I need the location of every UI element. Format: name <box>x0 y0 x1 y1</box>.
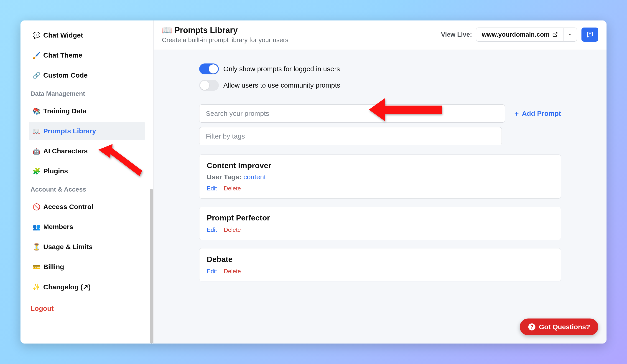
section-data-management: Data Management <box>29 85 145 100</box>
sidebar-item-label: Prompts Library <box>43 127 96 135</box>
chat-button[interactable] <box>581 28 598 42</box>
sidebar-item-label: Billing <box>43 263 64 271</box>
ai-characters-icon: 🤖 <box>32 147 41 155</box>
access-control-icon: 🚫 <box>32 203 41 211</box>
main: 📖 Prompts Library Create a built-in prom… <box>154 20 607 344</box>
members-icon: 👥 <box>32 223 41 231</box>
prompt-card: Debate Edit Delete <box>199 248 561 281</box>
sidebar-item-label: Training Data <box>43 107 87 115</box>
page-title-text: Prompts Library <box>174 25 238 35</box>
prompts-library-icon: 📖 <box>32 127 41 135</box>
usage-limits-icon: ⏳ <box>32 243 41 251</box>
page-subtitle: Create a built-in prompt library for you… <box>162 36 288 44</box>
sidebar: 💬 Chat Widget 🖌️ Chat Theme 🔗 Custom Cod… <box>20 20 154 344</box>
domain-dropdown-button[interactable] <box>564 28 577 42</box>
prompt-card: Prompt Perfector Edit Delete <box>199 207 561 240</box>
page-title: 📖 Prompts Library <box>162 25 288 35</box>
toggle-community-row: Allow users to use community prompts <box>199 80 561 91</box>
edit-button[interactable]: Edit <box>207 268 217 275</box>
billing-icon: 💳 <box>32 263 41 271</box>
prompt-title: Content Improver <box>207 161 553 170</box>
sidebar-item-plugins[interactable]: 🧩 Plugins <box>29 162 145 181</box>
delete-button[interactable]: Delete <box>224 268 241 275</box>
delete-button[interactable]: Delete <box>224 185 241 192</box>
toggle-community-label: Allow users to use community prompts <box>223 82 340 89</box>
sidebar-item-usage-limits[interactable]: ⏳ Usage & Limits <box>29 237 145 256</box>
plugins-icon: 🧩 <box>32 167 41 175</box>
logout-button[interactable]: Logout <box>29 299 145 318</box>
svg-text:?: ? <box>530 324 533 330</box>
custom-code-icon: 🔗 <box>32 72 41 79</box>
help-icon: ? <box>528 323 536 331</box>
app-window: 💬 Chat Widget 🖌️ Chat Theme 🔗 Custom Cod… <box>20 20 607 344</box>
add-prompt-button[interactable]: ＋ Add Prompt <box>513 109 561 118</box>
add-prompt-label: Add Prompt <box>522 110 561 117</box>
prompt-title: Debate <box>207 255 553 264</box>
page-title-icon: 📖 <box>162 25 172 35</box>
sidebar-item-custom-code[interactable]: 🔗 Custom Code <box>29 66 145 85</box>
content: Only show prompts for logged in users Al… <box>154 50 607 344</box>
user-tags-line: User Tags: content <box>207 173 553 181</box>
sidebar-item-label: Changelog (↗) <box>43 283 91 291</box>
chat-icon <box>586 31 593 38</box>
chevron-down-icon <box>568 32 573 37</box>
card-actions: Edit Delete <box>207 268 553 275</box>
sidebar-item-label: Custom Code <box>43 71 88 79</box>
sidebar-item-label: Chat Widget <box>43 31 83 39</box>
prompt-card: Content Improver User Tags: content Edit… <box>199 154 561 199</box>
sidebar-item-training-data[interactable]: 📚 Training Data <box>29 102 145 120</box>
section-account-access: Account & Access <box>29 181 145 196</box>
plus-icon: ＋ <box>513 109 520 118</box>
edit-button[interactable]: Edit <box>207 185 217 192</box>
toggle-knob <box>209 64 218 74</box>
sidebar-item-members[interactable]: 👥 Members <box>29 218 145 236</box>
sidebar-scrollbar[interactable] <box>149 20 154 344</box>
sidebar-item-label: Members <box>43 223 73 231</box>
toggle-knob <box>200 81 209 90</box>
got-questions-label: Got Questions? <box>539 323 590 331</box>
sidebar-item-ai-characters[interactable]: 🤖 AI Characters <box>29 142 145 160</box>
user-tag[interactable]: content <box>243 173 266 181</box>
view-live-label: View Live: <box>441 31 472 38</box>
chat-widget-icon: 💬 <box>32 32 41 39</box>
sidebar-item-chat-widget[interactable]: 💬 Chat Widget <box>29 26 145 45</box>
changelog-icon: ✨ <box>32 283 41 291</box>
topbar: 📖 Prompts Library Create a built-in prom… <box>154 20 607 50</box>
page-heading: 📖 Prompts Library Create a built-in prom… <box>162 25 288 44</box>
view-live-domain-button[interactable]: www.yourdomain.com <box>476 28 564 42</box>
training-data-icon: 📚 <box>32 107 41 115</box>
sidebar-scrollbar-thumb[interactable] <box>150 189 153 344</box>
sidebar-item-label: Plugins <box>43 167 68 175</box>
tags-filter-row <box>199 127 561 145</box>
edit-button[interactable]: Edit <box>207 226 217 233</box>
sidebar-item-billing[interactable]: 💳 Billing <box>29 258 145 276</box>
domain-text: www.yourdomain.com <box>482 31 550 38</box>
sidebar-item-label: Access Control <box>43 203 93 211</box>
card-actions: Edit Delete <box>207 226 553 233</box>
toggle-only-logged-in[interactable] <box>199 63 219 74</box>
sidebar-item-changelog[interactable]: ✨ Changelog (↗) <box>29 277 145 296</box>
topbar-right: View Live: www.yourdomain.com <box>441 28 598 42</box>
toggle-community-prompts[interactable] <box>199 80 219 91</box>
search-row: ＋ Add Prompt <box>199 104 561 123</box>
got-questions-button[interactable]: ? Got Questions? <box>520 318 598 335</box>
prompt-title: Prompt Perfector <box>207 213 553 222</box>
toggle-only-logged-in-row: Only show prompts for logged in users <box>199 63 561 74</box>
sidebar-item-chat-theme[interactable]: 🖌️ Chat Theme <box>29 46 145 65</box>
delete-button[interactable]: Delete <box>224 226 241 233</box>
user-tags-label: User Tags: <box>207 173 242 181</box>
sidebar-item-label: Usage & Limits <box>43 243 93 251</box>
sidebar-item-prompts-library[interactable]: 📖 Prompts Library <box>29 122 145 140</box>
toggle-only-logged-in-label: Only show prompts for logged in users <box>223 65 340 73</box>
chat-theme-icon: 🖌️ <box>32 52 41 59</box>
search-input[interactable] <box>199 104 505 123</box>
sidebar-item-label: AI Characters <box>43 147 88 155</box>
tags-filter-input[interactable] <box>199 127 502 145</box>
domain-group: www.yourdomain.com <box>476 28 577 42</box>
external-link-icon <box>552 32 558 37</box>
card-actions: Edit Delete <box>207 185 553 192</box>
sidebar-item-access-control[interactable]: 🚫 Access Control <box>29 197 145 216</box>
sidebar-item-label: Chat Theme <box>43 51 82 59</box>
